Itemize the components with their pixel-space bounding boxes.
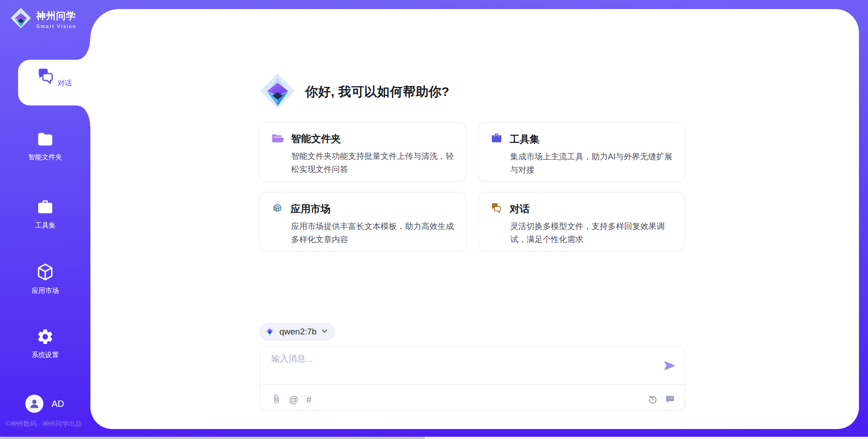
send-icon[interactable] [663, 359, 676, 372]
message-composer: @ # [260, 346, 685, 411]
model-selector[interactable]: qwen2:7b [259, 323, 335, 341]
model-name: qwen2:7b [279, 327, 316, 337]
card-smart-folder[interactable]: 智能文件夹 智能文件夹功能支持批量文件上传与清洗，轻松实现文件问答 [259, 122, 466, 182]
card-description: 应用市场提供丰富长文本模板，助力高效生成多样化文章内容 [291, 220, 458, 246]
at-icon[interactable]: @ [289, 395, 298, 404]
main-panel: 你好, 我可以如何帮助你? 智能文件夹 智能文件夹功能支持批量文件上传与清洗，轻… [90, 9, 859, 429]
brand-name: 神州问学 [36, 10, 76, 22]
cube-grid-icon [271, 202, 283, 216]
horizontal-scrollbar[interactable] [0, 437, 868, 439]
user-account[interactable]: AD [25, 395, 64, 413]
copyright-text: ©神州数码 · 神州问学出品 [5, 420, 90, 428]
composer-divider [260, 384, 685, 385]
sidebar-item-label: 系统设置 [0, 351, 90, 359]
sidebar-item-label: 工具集 [0, 221, 90, 230]
history-icon[interactable] [648, 394, 658, 404]
greeting-block: 你好, 我可以如何帮助你? [259, 72, 449, 111]
sidebar-item-label: 智能文件夹 [0, 153, 90, 162]
card-description: 集成市场上主流工具，助力AI与外界无缝扩展与对接 [510, 150, 677, 177]
folder-icon [35, 130, 55, 150]
chat-bubble-icon[interactable] [665, 394, 675, 404]
card-toolset[interactable]: 工具集 集成市场上主流工具，助力AI与外界无缝扩展与对接 [478, 122, 685, 182]
brand-subtitle: Smart Vision [36, 24, 76, 29]
card-chat[interactable]: 对话 灵活切换多模型文件，支持多样回复效果调试，满足个性化需求 [478, 192, 685, 252]
sidebar-item-toolset[interactable]: 工具集 [0, 198, 90, 230]
model-logo-icon [264, 326, 275, 338]
card-title: 工具集 [510, 133, 540, 146]
card-title: 智能文件夹 [291, 132, 341, 146]
card-app-market[interactable]: 应用市场 应用市场提供丰富长文本模板，助力高效生成多样化文章内容 [259, 192, 466, 252]
user-name: AD [52, 399, 64, 409]
card-description: 智能文件夹功能支持批量文件上传与清洗，轻松实现文件问答 [291, 150, 458, 176]
shortcut-cards: 智能文件夹 智能文件夹功能支持批量文件上传与清洗，轻松实现文件问答 工具集 集成… [259, 122, 685, 252]
card-title: 应用市场 [291, 202, 330, 216]
sidebar: 神州问学 Smart Vision 对话 智能文件夹 工具集 应用市场 系统设置… [0, 0, 90, 439]
sidebar-item-label: 对话 [57, 79, 72, 87]
paperclip-icon[interactable] [271, 394, 281, 404]
greeting-gem-icon [259, 72, 296, 111]
brand-gem-icon [10, 7, 32, 31]
sidebar-item-chat[interactable]: 对话 [18, 60, 90, 105]
sidebar-item-settings[interactable]: 系统设置 [0, 328, 90, 359]
chevron-down-icon[interactable] [321, 328, 328, 336]
card-title: 对话 [510, 202, 530, 216]
briefcase-icon [491, 132, 503, 146]
sidebar-item-label: 应用市场 [0, 286, 90, 295]
chat-icon [491, 202, 503, 216]
sidebar-item-app-market[interactable]: 应用市场 [0, 262, 90, 295]
user-avatar-icon [25, 395, 43, 413]
greeting-title: 你好, 我可以如何帮助你? [305, 83, 449, 100]
cube-icon [36, 262, 55, 283]
briefcase-icon [36, 198, 55, 218]
gear-icon [36, 328, 54, 348]
message-input[interactable] [271, 353, 642, 381]
hash-icon[interactable]: # [306, 395, 311, 404]
card-description: 灵活切换多模型文件，支持多样回复效果调试，满足个性化需求 [510, 220, 677, 246]
chat-icon [37, 79, 56, 87]
scrollbar-thumb[interactable] [0, 437, 425, 439]
folder-open-icon [271, 133, 284, 146]
sidebar-item-smart-folder[interactable]: 智能文件夹 [0, 130, 90, 162]
app-logo: 神州问学 Smart Vision [10, 7, 76, 31]
